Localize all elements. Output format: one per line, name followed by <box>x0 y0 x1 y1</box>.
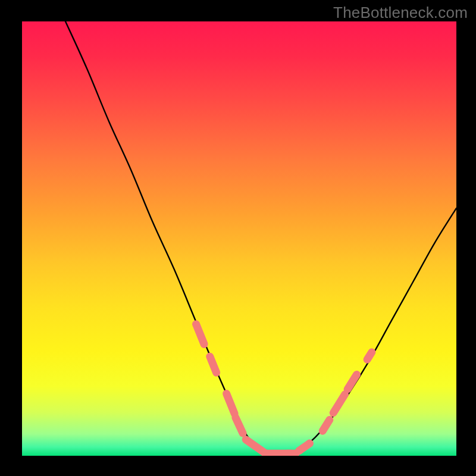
marker-right-cluster <box>333 394 345 413</box>
bottleneck-curve <box>65 21 456 454</box>
marker-right-cluster <box>322 420 330 431</box>
marker-floor <box>299 443 310 451</box>
chart-frame: TheBottleneck.com <box>0 0 476 476</box>
marker-left-cluster <box>196 324 204 345</box>
bottleneck-curve-path <box>65 21 456 454</box>
marker-left-cluster <box>236 418 243 433</box>
curve-markers <box>196 324 371 455</box>
watermark-text: TheBottleneck.com <box>333 4 468 22</box>
curve-svg <box>22 21 456 456</box>
marker-left-cluster <box>227 393 235 414</box>
marker-right-cluster <box>347 375 356 390</box>
plot-area <box>22 21 456 456</box>
marker-left-cluster <box>210 356 217 372</box>
marker-right-cluster <box>367 352 372 359</box>
